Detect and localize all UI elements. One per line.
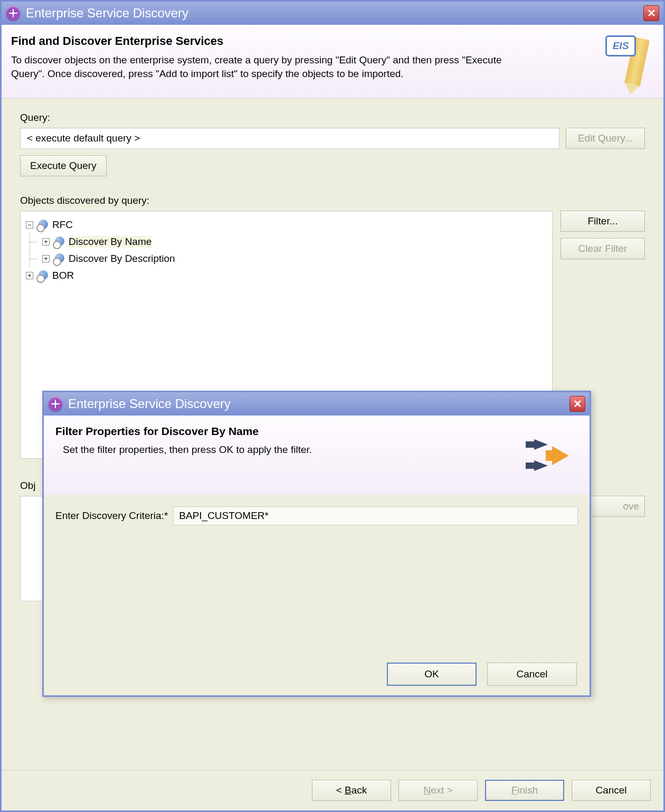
discovered-label: Objects discovered by query: xyxy=(20,195,645,206)
app-icon xyxy=(6,6,21,21)
modal-cancel-button[interactable]: Cancel xyxy=(487,663,577,686)
tree-node-by-desc[interactable]: + Discover By Description xyxy=(26,250,547,267)
tree-node-rfc[interactable]: − RFC xyxy=(26,216,547,233)
tree-label: Discover By Description xyxy=(69,253,175,265)
criteria-label: Enter Discovery Criteria:* xyxy=(55,510,168,522)
eis-pencil-icon: EIS xyxy=(605,33,653,86)
finish-button[interactable]: Finish xyxy=(485,780,564,801)
main-titlebar: Enterprise Service Discovery ✕ xyxy=(2,2,663,25)
arrows-icon xyxy=(529,431,576,479)
tree-node-by-name[interactable]: + Discover By Name xyxy=(26,233,547,250)
main-title: Enterprise Service Discovery xyxy=(26,6,643,21)
close-icon[interactable]: ✕ xyxy=(643,5,659,21)
tree-label: RFC xyxy=(52,219,73,231)
banner-heading: Find and Discover Enterprise Services xyxy=(11,34,654,48)
query-label: Query: xyxy=(20,112,645,124)
object-icon xyxy=(53,252,65,265)
tree-node-bor[interactable]: + BOR xyxy=(26,267,547,284)
clear-filter-button[interactable]: Clear Filter xyxy=(560,238,645,259)
close-icon[interactable]: ✕ xyxy=(569,396,585,412)
object-icon xyxy=(53,235,65,248)
modal-body: Enter Discovery Criteria:* xyxy=(44,495,590,653)
object-icon xyxy=(36,219,49,231)
execute-query-button[interactable]: Execute Query xyxy=(20,155,107,176)
tree-label: BOR xyxy=(52,270,74,281)
filter-dialog: Enterprise Service Discovery ✕ Filter Pr… xyxy=(42,391,591,697)
modal-title: Enterprise Service Discovery xyxy=(68,396,569,411)
criteria-input[interactable] xyxy=(173,506,578,525)
object-icon xyxy=(36,269,49,282)
collapse-icon[interactable]: − xyxy=(26,221,33,229)
expand-icon[interactable]: + xyxy=(42,238,50,246)
wizard-footer: < Back Next > Finish Cancel xyxy=(2,770,663,810)
expand-icon[interactable]: + xyxy=(26,272,33,279)
cancel-button[interactable]: Cancel xyxy=(572,780,651,801)
expand-icon[interactable]: + xyxy=(42,255,50,262)
query-input[interactable] xyxy=(20,128,559,149)
modal-footer: OK Cancel xyxy=(44,653,590,695)
modal-desc: Set the filter properties, then press OK… xyxy=(55,444,579,456)
next-button[interactable]: Next > xyxy=(398,780,478,801)
app-icon xyxy=(48,396,63,411)
tree-label: Discover By Name xyxy=(69,236,151,248)
banner-desc: To discover objects on the enterprise sy… xyxy=(11,53,525,80)
back-button[interactable]: < Back xyxy=(312,780,391,801)
modal-banner: Filter Properties for Discover By Name S… xyxy=(44,416,590,495)
ok-button[interactable]: OK xyxy=(387,663,477,686)
modal-heading: Filter Properties for Discover By Name xyxy=(55,425,579,438)
filter-button[interactable]: Filter... xyxy=(560,211,645,232)
edit-query-button[interactable]: Edit Query... xyxy=(566,128,645,149)
modal-titlebar: Enterprise Service Discovery ✕ xyxy=(44,392,590,416)
main-banner: Find and Discover Enterprise Services To… xyxy=(2,25,663,99)
